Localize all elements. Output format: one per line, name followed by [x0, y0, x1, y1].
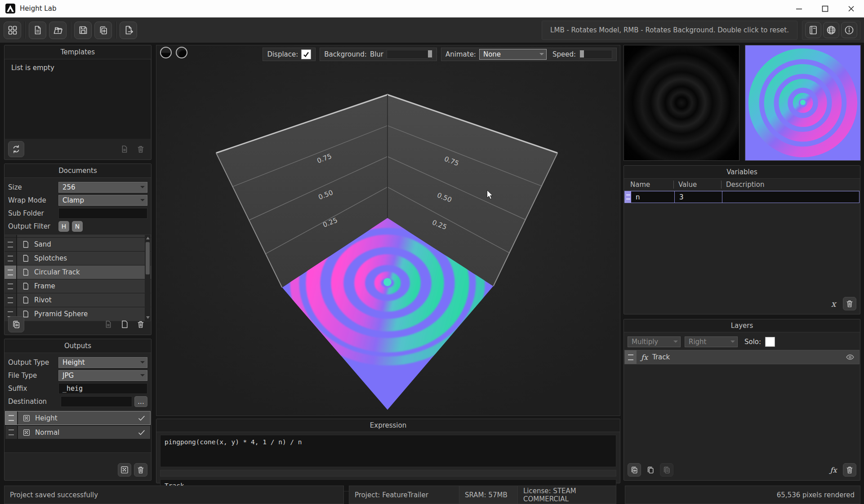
- documents-header: Documents: [4, 164, 151, 178]
- align-dropdown[interactable]: Right: [685, 336, 738, 347]
- open-project-button[interactable]: [49, 22, 67, 39]
- document-row-selected[interactable]: Circular Track: [4, 265, 151, 279]
- slider-thumb[interactable]: [580, 50, 584, 57]
- status-message: Project saved successfully: [4, 486, 344, 504]
- drag-handle-icon[interactable]: [5, 426, 17, 439]
- matcap-sphere-icon[interactable]: [160, 47, 172, 58]
- manual-button[interactable]: [805, 22, 821, 38]
- save-template-button[interactable]: [118, 142, 131, 156]
- output-row-normal[interactable]: Normal: [5, 425, 151, 439]
- save-copy-button[interactable]: [94, 22, 112, 39]
- slider-thumb[interactable]: [428, 50, 432, 57]
- size-dropdown[interactable]: 256: [58, 182, 147, 193]
- add-output-button[interactable]: [118, 463, 131, 477]
- speed-label: Speed:: [552, 50, 576, 58]
- document-row[interactable]: Frame: [4, 279, 151, 293]
- status-license: License: STEAM COMMERCIAL: [517, 486, 616, 504]
- minimize-button[interactable]: [786, 0, 812, 17]
- document-icon: [120, 320, 129, 329]
- titlebar: Height Lab: [0, 0, 864, 18]
- rename-document-button[interactable]: [102, 318, 115, 331]
- variable-row[interactable]: n 3: [624, 191, 860, 203]
- variable-name-cell[interactable]: n: [631, 191, 674, 203]
- output-type-dropdown[interactable]: Height: [58, 357, 147, 368]
- output-list: Height Normal: [4, 410, 151, 453]
- about-button[interactable]: [841, 22, 857, 38]
- document-row-clipped[interactable]: [4, 235, 151, 237]
- solo-checkbox[interactable]: [765, 337, 775, 347]
- document-list: Sand Splotches Circular Track: [4, 234, 151, 321]
- drag-handle-icon[interactable]: [4, 279, 16, 293]
- maximize-button[interactable]: [812, 0, 838, 17]
- document-name: Circular Track: [34, 268, 80, 276]
- delete-document-button[interactable]: [134, 318, 147, 331]
- filter-normal-toggle[interactable]: N: [72, 221, 83, 232]
- edit-expression-button[interactable]: ƒx: [827, 463, 840, 477]
- refresh-icon: [11, 144, 21, 154]
- variable-description-cell[interactable]: [722, 191, 859, 203]
- templates-header: Templates: [4, 45, 151, 59]
- output-row-height[interactable]: Height: [5, 411, 151, 425]
- documents-footer: [8, 316, 147, 332]
- new-document-button[interactable]: [29, 22, 46, 39]
- drag-handle-icon[interactable]: [4, 252, 16, 265]
- drag-handle-icon[interactable]: [4, 265, 16, 279]
- document-row[interactable]: Sand: [4, 238, 151, 251]
- layer-row[interactable]: ƒx Track: [624, 350, 860, 364]
- website-button[interactable]: [823, 22, 839, 38]
- animate-value: None: [483, 50, 501, 58]
- export-button[interactable]: [120, 22, 137, 39]
- delete-layer-button[interactable]: [843, 463, 856, 477]
- variables-title: Variables: [726, 168, 757, 176]
- destination-input[interactable]: [61, 396, 132, 407]
- speed-slider[interactable]: [579, 50, 612, 59]
- document-icon: [22, 268, 30, 276]
- save-button[interactable]: [74, 22, 92, 39]
- document-list-scrollbar[interactable]: [145, 235, 151, 321]
- drag-handle-icon[interactable]: [4, 238, 16, 251]
- viewport-3d[interactable]: 0.75 0.50 0.25 0.75 0.50 0.25: [156, 45, 620, 416]
- expression-code-input[interactable]: pingpong(cone(x, y) * 4, 1 / n) / n: [160, 435, 616, 467]
- scrollbar-thumb[interactable]: [146, 242, 150, 274]
- document-row[interactable]: Rivot: [4, 293, 151, 307]
- height-map-preview[interactable]: [624, 45, 739, 161]
- scroll-up-icon[interactable]: [146, 237, 150, 239]
- drag-handle-icon[interactable]: [5, 411, 17, 424]
- document-row[interactable]: Splotches: [4, 252, 151, 265]
- add-layer-button[interactable]: [628, 463, 641, 477]
- refresh-templates-button[interactable]: [8, 141, 24, 157]
- delete-variable-button[interactable]: [843, 297, 856, 310]
- drag-handle-icon[interactable]: [4, 293, 16, 307]
- browse-destination-button[interactable]: ...: [134, 396, 147, 407]
- duplicate-document-button[interactable]: [8, 316, 24, 332]
- paste-layer-button[interactable]: [660, 463, 673, 477]
- animate-dropdown[interactable]: None: [479, 49, 547, 60]
- new-document-list-button[interactable]: [118, 318, 131, 331]
- expression-panel: Expression pingpong(cone(x, y) * 4, 1 / …: [156, 419, 620, 483]
- drag-handle-icon[interactable]: [625, 350, 637, 364]
- window-title: Height Lab: [20, 4, 56, 13]
- eye-icon[interactable]: [846, 353, 855, 362]
- add-variable-button[interactable]: x: [827, 297, 840, 310]
- subfolder-input[interactable]: [58, 208, 147, 219]
- variable-x-icon: x: [831, 299, 836, 309]
- close-button[interactable]: [838, 0, 864, 17]
- copy-layer-button[interactable]: [644, 463, 657, 477]
- delete-template-button[interactable]: [134, 142, 147, 156]
- texture-icon: [120, 465, 129, 474]
- suffix-input[interactable]: _heig: [58, 383, 147, 394]
- normal-map-preview[interactable]: [745, 45, 861, 161]
- wrap-mode-dropdown[interactable]: Clamp: [58, 195, 147, 206]
- file-type-dropdown[interactable]: JPG: [58, 370, 147, 381]
- drag-handle-icon[interactable]: [625, 191, 631, 203]
- copy-icon: [646, 465, 655, 474]
- matcap-sphere-alt-icon[interactable]: [176, 47, 187, 58]
- blend-mode-dropdown[interactable]: Multiply: [628, 336, 681, 347]
- displace-checkbox[interactable]: [301, 49, 311, 59]
- filter-height-toggle[interactable]: H: [58, 221, 69, 232]
- background-blur-slider[interactable]: [387, 50, 432, 59]
- delete-output-button[interactable]: [134, 463, 147, 477]
- variable-value-cell[interactable]: 3: [674, 191, 722, 203]
- templates-grid-button[interactable]: [4, 22, 21, 39]
- duplicate-plus-icon: [98, 25, 109, 35]
